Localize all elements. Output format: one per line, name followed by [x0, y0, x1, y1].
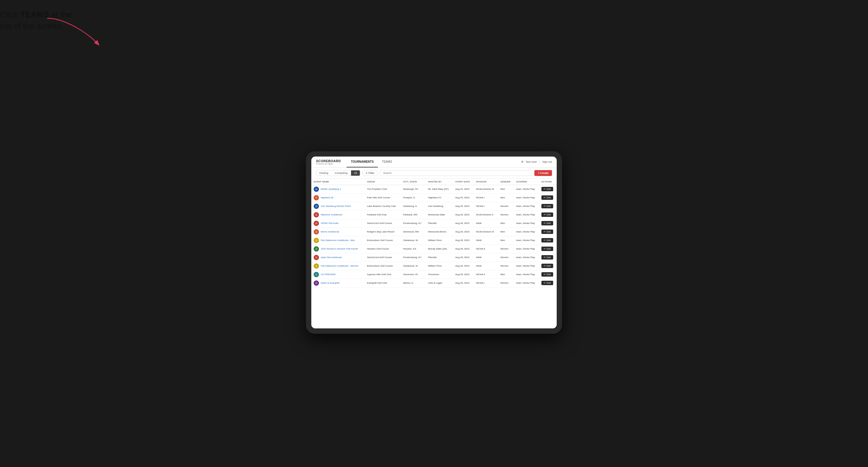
cell-event-name-5: Morris Invitational	[311, 227, 365, 236]
table-row: 2023 Women's Hesston Fall Kickoff Hessto…	[311, 245, 557, 253]
filter-label: Filter	[368, 172, 374, 175]
sign-out-link[interactable]: Sign out	[542, 160, 552, 163]
edit-button-2[interactable]: ✏ Edit	[541, 204, 553, 208]
cell-venue-0: The Powelton Club	[365, 185, 401, 193]
cell-scoring-2: team, Stroke Play	[514, 202, 539, 210]
cell-city-state-5: Deerwood, MN	[401, 227, 426, 236]
team-logo-0	[314, 187, 319, 192]
edit-icon-4: ✏	[544, 222, 546, 224]
team-logo-1	[314, 195, 319, 200]
cell-hosted-by-4: Pikeville	[426, 219, 453, 227]
edit-icon-5: ✏	[544, 230, 546, 233]
event-name-text-9[interactable]: Fall Statesmen Invitational - Women	[321, 264, 359, 267]
cell-event-name-10: VU PREVIEW	[311, 270, 365, 279]
edit-button-4[interactable]: ✏ Edit	[541, 221, 553, 225]
event-name-text-3[interactable]: Maverick Invitational	[321, 213, 342, 216]
cell-hosted-by-1: Highland CC	[426, 193, 453, 202]
cell-actions-8: ✏ Edit	[539, 253, 557, 261]
create-label: + Create	[538, 172, 549, 175]
cell-scoring-1: team, Stroke Play	[514, 193, 539, 202]
cell-event-name-8: upike fall invitational	[311, 253, 365, 261]
svg-point-6	[315, 231, 317, 233]
col-start-date: START DATE	[453, 179, 474, 185]
nav-teams[interactable]: TEAMS	[378, 157, 396, 168]
edit-button-11[interactable]: ✏ Edit	[541, 281, 553, 285]
svg-point-9	[315, 256, 317, 259]
search-input[interactable]	[380, 170, 532, 176]
col-event-name: EVENT NAME	[311, 179, 365, 185]
cell-gender-5: Men	[498, 227, 514, 236]
table-row: Carl Sandburg Women FA23 Lake Bracken Co…	[311, 202, 557, 210]
cell-start-date-2: Aug 26, 2023	[453, 202, 474, 210]
table-row: Morris Invitational Ruttger's Bay Lake R…	[311, 227, 557, 236]
event-name-text-7[interactable]: 2023 Women's Hesston Fall Kickoff	[321, 247, 358, 250]
cell-event-name-11: Klash at Kokopelli	[311, 279, 365, 287]
svg-point-2	[315, 196, 317, 199]
cell-actions-3: ✏ Edit	[539, 210, 557, 219]
edit-icon-2: ✏	[544, 205, 546, 208]
cell-actions-7: ✏ Edit	[539, 245, 557, 253]
cell-event-name-1: Highland 36	[311, 193, 365, 202]
cell-actions-11: ✏ Edit	[539, 279, 557, 287]
col-venue: VENUE	[365, 179, 401, 185]
cell-venue-8: StoneCrest Golf Course	[365, 253, 401, 261]
edit-icon-1: ✏	[544, 196, 546, 199]
event-name-text-0[interactable]: MSMC Qualifying 1	[321, 188, 341, 190]
team-logo-6	[314, 238, 319, 243]
cell-event-name-9: Fall Statesmen Invitational - Women	[311, 261, 365, 270]
cell-venue-4: StoneCrest Golf Course	[365, 219, 401, 227]
svg-point-1	[315, 188, 317, 190]
event-name-text-1[interactable]: Highland 36	[321, 196, 333, 199]
cell-event-name-6: Fall Statesmen Invitational - Men	[311, 236, 365, 245]
cell-start-date-8: Aug 28, 2023	[453, 253, 474, 261]
table-header-row: EVENT NAME VENUE CITY, STATE HOSTED BY S…	[311, 179, 557, 185]
all-tab[interactable]: All	[351, 170, 360, 176]
cell-start-date-1: Aug 25, 2023	[453, 193, 474, 202]
edit-button-5[interactable]: ✏ Edit	[541, 229, 553, 234]
edit-button-8[interactable]: ✏ Edit	[541, 255, 553, 259]
edit-button-7[interactable]: ✏ Edit	[541, 247, 553, 251]
edit-button-0[interactable]: ✏ Edit	[541, 187, 553, 191]
table-row: Klash at Kokopelli Kokopelli Golf Club M…	[311, 279, 557, 287]
table-row: Maverick Invitational Faribault Golf Clu…	[311, 210, 557, 219]
cell-city-state-4: Prestonsburg, KY	[401, 219, 426, 227]
svg-point-4	[315, 214, 317, 216]
cell-hosted-by-2: Carl Sandburg	[426, 202, 453, 210]
gear-icon[interactable]: ⚙	[521, 160, 523, 163]
table-row: Fall Statesmen Invitational - Women Edmu…	[311, 261, 557, 270]
create-button[interactable]: + Create	[534, 170, 552, 176]
event-name-text-11[interactable]: Klash at Kokopelli	[321, 282, 340, 284]
edit-icon-7: ✏	[544, 247, 546, 250]
cell-city-state-2: Galesburg, IL	[401, 202, 426, 210]
cell-hosted-by-7: Murray State (OK)	[426, 245, 453, 253]
cell-actions-6: ✏ Edit	[539, 236, 557, 245]
hosting-tab[interactable]: Hosting	[316, 170, 331, 176]
competing-tab[interactable]: Competing	[332, 170, 351, 176]
cell-city-state-9: Oskaloosa, IA	[401, 261, 426, 270]
instruction-overlay: Click TEAMS at thetop of the screen.	[0, 9, 72, 32]
table-row: upike fall invitational StoneCrest Golf …	[311, 253, 557, 261]
event-name-text-10[interactable]: VU PREVIEW	[321, 273, 335, 276]
event-name-text-5[interactable]: Morris Invitational	[321, 230, 339, 233]
filter-button[interactable]: ≡ Filter	[363, 170, 377, 176]
cell-start-date-5: Aug 28, 2023	[453, 227, 474, 236]
toolbar: Hosting Competing All ≡ Filter + Create	[311, 168, 557, 179]
event-name-text-4[interactable]: UPIKE Fall Invite	[321, 222, 338, 224]
cell-hosted-by-9: William Penn	[426, 261, 453, 270]
cell-gender-4: Men	[498, 219, 514, 227]
svg-point-10	[315, 265, 317, 267]
cell-city-state-0: Newburgh, NY	[401, 185, 426, 193]
cell-start-date-4: Aug 28, 2023	[453, 219, 474, 227]
edit-button-6[interactable]: ✏ Edit	[541, 238, 553, 243]
nav-tournaments[interactable]: TOURNAMENTS	[347, 157, 378, 168]
cell-gender-3: Women	[498, 210, 514, 219]
event-name-text-2[interactable]: Carl Sandburg Women FA23	[321, 205, 351, 208]
cell-start-date-11: Aug 28, 2023	[453, 279, 474, 287]
event-name-text-8[interactable]: upike fall invitational	[321, 256, 342, 259]
edit-button-9[interactable]: ✏ Edit	[541, 264, 553, 268]
edit-button-1[interactable]: ✏ Edit	[541, 195, 553, 200]
edit-button-3[interactable]: ✏ Edit	[541, 213, 553, 217]
event-name-text-6[interactable]: Fall Statesmen Invitational - Men	[321, 239, 355, 242]
cell-division-9: NAIA	[474, 261, 498, 270]
edit-button-10[interactable]: ✏ Edit	[541, 272, 553, 277]
